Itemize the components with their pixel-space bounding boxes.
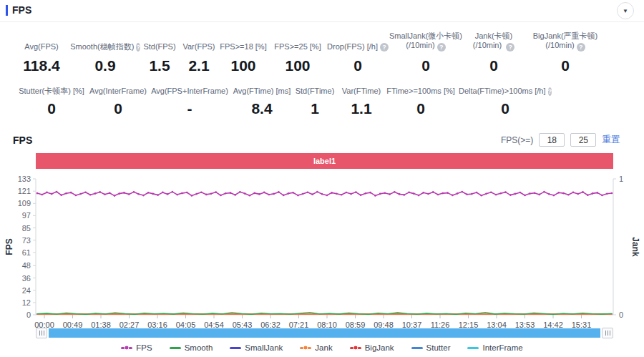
chevron-down-icon: ▼ [623, 8, 628, 14]
legend-marker [350, 347, 361, 349]
stat-fps-ge25: FPS>=25 [%] 100 [270, 31, 326, 74]
stat-std-fps: Std(FPS) 1.5 [138, 31, 181, 74]
help-icon[interactable]: ? [506, 43, 514, 52]
svg-text:0: 0 [26, 310, 31, 319]
legend-marker [467, 347, 479, 349]
panel-header: FPS ▼ [0, 0, 644, 22]
stat-value: 0 [381, 100, 460, 117]
legend-item-jank[interactable]: Jank [300, 343, 332, 352]
help-icon[interactable]: ? [380, 43, 389, 52]
chart-label-banner: label1 [36, 153, 613, 169]
svg-text:48: 48 [22, 261, 31, 270]
chart-section-title: FPS [13, 135, 32, 146]
legend-item-stutter[interactable]: Stutter [411, 343, 451, 352]
stats-row-1: Avg(FPS) 118.4 Smooth(稳帧指数)? 0.9 Std(FPS… [11, 31, 605, 74]
stat-ftime-ge100: FTime>=100ms [%] 0 [381, 84, 460, 117]
svg-text:121: 121 [18, 187, 31, 195]
stat-avg-fps: Avg(FPS) 118.4 [11, 31, 72, 74]
svg-text:133: 133 [18, 175, 31, 183]
stat-smooth: Smooth(稳帧指数)? 0.9 [72, 31, 138, 74]
help-icon[interactable]: ? [577, 43, 585, 52]
legend-item-fps[interactable]: FPS [121, 343, 152, 352]
help-icon[interactable]: ? [437, 43, 446, 52]
help-icon[interactable]: ? [548, 87, 552, 96]
svg-text:24: 24 [22, 286, 31, 295]
banner-text: label1 [313, 157, 336, 165]
panel-title: FPS [12, 4, 31, 16]
stat-fps-ge18: FPS>=18 [%] 100 [217, 31, 270, 74]
legend-item-bigjank[interactable]: BigJank [350, 343, 394, 352]
stat-drop-fps: Drop(FPS) [/h]? 0 [326, 31, 390, 74]
stat-value: 0 [526, 57, 605, 74]
legend-marker [121, 347, 132, 349]
stat-value: 8.4 [235, 100, 288, 117]
stat-value: 118.4 [11, 57, 72, 74]
fps-line-chart[interactable]: 012243648617385971091211330100:0000:4901… [0, 172, 644, 329]
stat-var-ftime: Var(FTime) 1.1 [341, 84, 381, 117]
stat-value: 0 [326, 57, 390, 74]
legend-marker [170, 347, 181, 349]
fps-min-input[interactable] [539, 133, 565, 147]
svg-text:0: 0 [619, 310, 623, 319]
stat-value: 2.1 [181, 57, 217, 74]
stat-value: 0 [462, 57, 526, 74]
stat-value: - [144, 100, 235, 117]
stat-avg-fps-interframe: Avg(FPS+InterFrame) - [144, 84, 235, 117]
stat-stutter: Stutter(卡顿率) [%] 0 [11, 84, 92, 117]
stat-value: 0 [460, 100, 550, 117]
svg-text:85: 85 [22, 224, 31, 233]
legend-marker [230, 347, 241, 349]
stat-value: 0 [11, 100, 92, 117]
legend-item-smooth[interactable]: Smooth [170, 343, 213, 352]
chart-range-scrollbar [36, 328, 613, 338]
scrollbar-right-handle[interactable] [602, 328, 613, 338]
svg-text:FPS: FPS [4, 238, 14, 255]
stat-value: 100 [217, 57, 270, 74]
stat-value: 0 [390, 57, 462, 74]
legend-item-smalljank[interactable]: SmallJank [230, 343, 283, 352]
stat-avg-ftime: Avg(FTime) [ms] 8.4 [235, 84, 288, 117]
stat-value: 1.1 [341, 100, 381, 117]
svg-text:1: 1 [619, 175, 623, 183]
stat-avg-interframe: Avg(InterFrame) 0 [92, 84, 144, 117]
svg-text:36: 36 [22, 274, 31, 283]
fps-threshold-controls: FPS(>=) 重置 [501, 133, 620, 147]
scrollbar-track[interactable] [49, 328, 600, 338]
stat-std-ftime: Std(FTime) 1 [288, 84, 341, 117]
stat-value: 100 [270, 57, 326, 74]
fps-ge-label: FPS(>=) [501, 135, 533, 145]
legend-marker [300, 347, 311, 349]
svg-text:61: 61 [22, 248, 31, 257]
svg-text:73: 73 [22, 236, 31, 245]
fps-report-panel: FPS ▼ Avg(FPS) 118.4 Smooth(稳帧指数)? 0.9 S… [0, 0, 644, 357]
scroll-grip-icon [39, 331, 44, 336]
stat-delta-ftime: Delta(FTime)>100ms [/h]? 0 [460, 84, 550, 117]
stat-value: 0 [92, 100, 144, 117]
stat-bigjank: BigJank(严重卡顿)(/10min)? 0 [526, 31, 605, 74]
fps-max-input[interactable] [570, 133, 596, 147]
stat-jank: Jank(卡顿)(/10min) ? 0 [462, 31, 526, 74]
scrollbar-left-handle[interactable] [36, 328, 47, 338]
svg-text:12: 12 [22, 298, 31, 307]
stat-smalljank: SmallJank(微小卡顿)(/10min)? 0 [390, 31, 462, 74]
stats-row-2: Stutter(卡顿率) [%] 0 Avg(InterFrame) 0 Avg… [11, 84, 550, 117]
stat-value: 1.5 [138, 57, 181, 74]
svg-text:109: 109 [18, 199, 31, 207]
header-accent-bar [6, 5, 8, 16]
scroll-grip-icon [605, 331, 610, 336]
stat-var-fps: Var(FPS) 2.1 [181, 31, 217, 74]
reset-link[interactable]: 重置 [602, 134, 620, 146]
stat-value: 1 [288, 100, 341, 117]
legend-item-interframe[interactable]: InterFrame [467, 343, 522, 352]
chart-legend: FPS Smooth SmallJank Jank BigJank Stutte… [0, 343, 644, 352]
svg-text:Jank: Jank [630, 237, 640, 257]
stat-value: 0.9 [72, 57, 138, 74]
collapse-button[interactable]: ▼ [617, 2, 634, 19]
legend-marker [411, 347, 423, 349]
svg-text:97: 97 [22, 211, 31, 220]
